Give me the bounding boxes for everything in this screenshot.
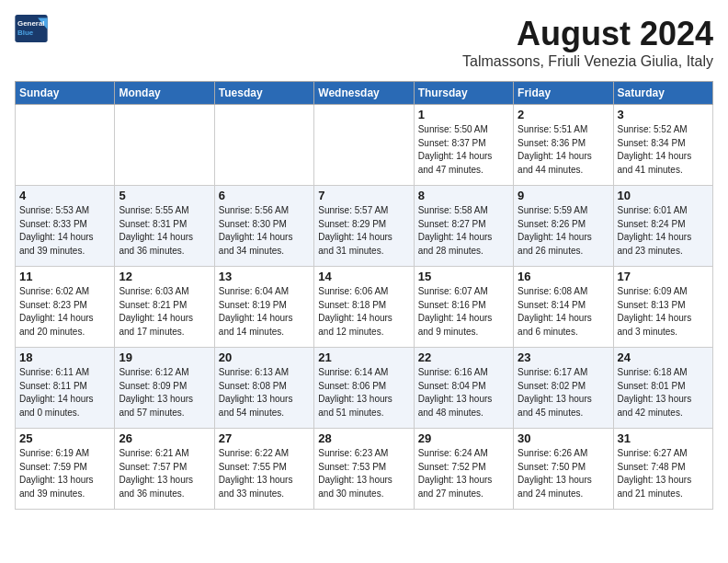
- day-info: Sunrise: 6:27 AM Sunset: 7:48 PM Dayligh…: [618, 447, 709, 500]
- day-number: 15: [418, 270, 509, 283]
- day-info: Sunrise: 6:07 AM Sunset: 8:16 PM Dayligh…: [418, 285, 509, 339]
- day-info: Sunrise: 6:08 AM Sunset: 8:14 PM Dayligh…: [518, 285, 609, 339]
- calendar-cell: 1Sunrise: 5:50 AM Sunset: 8:37 PM Daylig…: [414, 105, 513, 186]
- day-number: 5: [119, 189, 210, 202]
- day-number: 19: [119, 350, 210, 364]
- week-row-2: 4Sunrise: 5:53 AM Sunset: 8:33 PM Daylig…: [16, 186, 713, 267]
- day-info: Sunrise: 6:26 AM Sunset: 7:50 PM Dayligh…: [518, 447, 609, 500]
- calendar-cell: 29Sunrise: 6:24 AM Sunset: 7:52 PM Dayli…: [414, 429, 513, 510]
- calendar-cell: [314, 105, 414, 186]
- day-number: 10: [618, 189, 709, 202]
- calendar-cell: [115, 105, 214, 186]
- day-number: 23: [518, 350, 609, 364]
- calendar-cell: 4Sunrise: 5:53 AM Sunset: 8:33 PM Daylig…: [16, 186, 115, 267]
- day-info: Sunrise: 5:50 AM Sunset: 8:37 PM Dayligh…: [418, 123, 509, 177]
- day-number: 1: [418, 108, 509, 121]
- calendar-body: 1Sunrise: 5:50 AM Sunset: 8:37 PM Daylig…: [16, 105, 713, 510]
- day-number: 9: [518, 189, 609, 202]
- day-info: Sunrise: 6:09 AM Sunset: 8:13 PM Dayligh…: [618, 285, 709, 339]
- week-row-5: 25Sunrise: 6:19 AM Sunset: 7:59 PM Dayli…: [16, 429, 713, 510]
- day-number: 12: [119, 270, 210, 283]
- day-number: 14: [318, 270, 409, 283]
- svg-text:Blue: Blue: [17, 29, 34, 37]
- calendar-cell: 9Sunrise: 5:59 AM Sunset: 8:26 PM Daylig…: [514, 186, 613, 267]
- calendar-cell: 18Sunrise: 6:11 AM Sunset: 8:11 PM Dayli…: [16, 348, 115, 429]
- day-info: Sunrise: 6:18 AM Sunset: 8:01 PM Dayligh…: [618, 366, 709, 419]
- calendar-cell: 17Sunrise: 6:09 AM Sunset: 8:13 PM Dayli…: [613, 267, 712, 348]
- day-info: Sunrise: 6:14 AM Sunset: 8:06 PM Dayligh…: [318, 366, 409, 419]
- weekday-header-row: SundayMondayTuesdayWednesdayThursdayFrid…: [16, 82, 713, 105]
- week-row-4: 18Sunrise: 6:11 AM Sunset: 8:11 PM Dayli…: [16, 348, 713, 429]
- calendar-cell: 14Sunrise: 6:06 AM Sunset: 8:18 PM Dayli…: [314, 267, 414, 348]
- day-number: 31: [618, 431, 709, 445]
- calendar-cell: 11Sunrise: 6:02 AM Sunset: 8:23 PM Dayli…: [16, 267, 115, 348]
- day-info: Sunrise: 6:19 AM Sunset: 7:59 PM Dayligh…: [19, 447, 110, 500]
- day-number: 25: [19, 431, 110, 445]
- day-number: 13: [219, 270, 310, 283]
- calendar-cell: 10Sunrise: 6:01 AM Sunset: 8:24 PM Dayli…: [613, 186, 712, 267]
- calendar-cell: 27Sunrise: 6:22 AM Sunset: 7:55 PM Dayli…: [214, 429, 313, 510]
- day-info: Sunrise: 5:55 AM Sunset: 8:31 PM Dayligh…: [119, 204, 210, 258]
- day-info: Sunrise: 6:22 AM Sunset: 7:55 PM Dayligh…: [219, 447, 310, 500]
- day-number: 2: [518, 108, 609, 121]
- calendar-cell: 19Sunrise: 6:12 AM Sunset: 8:09 PM Dayli…: [115, 348, 214, 429]
- calendar-cell: 8Sunrise: 5:58 AM Sunset: 8:27 PM Daylig…: [414, 186, 513, 267]
- calendar-cell: 25Sunrise: 6:19 AM Sunset: 7:59 PM Dayli…: [16, 429, 115, 510]
- day-info: Sunrise: 6:23 AM Sunset: 7:53 PM Dayligh…: [318, 447, 409, 500]
- day-number: 26: [119, 431, 210, 445]
- day-info: Sunrise: 6:24 AM Sunset: 7:52 PM Dayligh…: [418, 447, 509, 500]
- svg-text:General: General: [17, 19, 45, 28]
- calendar-cell: 26Sunrise: 6:21 AM Sunset: 7:57 PM Dayli…: [115, 429, 214, 510]
- calendar-cell: 30Sunrise: 6:26 AM Sunset: 7:50 PM Dayli…: [514, 429, 613, 510]
- calendar-cell: 6Sunrise: 5:56 AM Sunset: 8:30 PM Daylig…: [214, 186, 313, 267]
- day-number: 22: [418, 350, 509, 364]
- day-number: 16: [518, 270, 609, 283]
- calendar-cell: 31Sunrise: 6:27 AM Sunset: 7:48 PM Dayli…: [613, 429, 712, 510]
- calendar-cell: 2Sunrise: 5:51 AM Sunset: 8:36 PM Daylig…: [514, 105, 613, 186]
- calendar-cell: 23Sunrise: 6:17 AM Sunset: 8:02 PM Dayli…: [514, 348, 613, 429]
- day-number: 8: [418, 189, 509, 202]
- weekday-sunday: Sunday: [16, 82, 115, 105]
- day-info: Sunrise: 5:53 AM Sunset: 8:33 PM Dayligh…: [19, 204, 110, 258]
- day-number: 11: [19, 270, 110, 283]
- logo-icon: General Blue: [15, 15, 48, 42]
- day-info: Sunrise: 6:17 AM Sunset: 8:02 PM Dayligh…: [518, 366, 609, 419]
- day-number: 28: [318, 431, 409, 445]
- calendar-cell: 28Sunrise: 6:23 AM Sunset: 7:53 PM Dayli…: [314, 429, 414, 510]
- day-info: Sunrise: 6:13 AM Sunset: 8:08 PM Dayligh…: [219, 366, 310, 419]
- calendar-cell: 3Sunrise: 5:52 AM Sunset: 8:34 PM Daylig…: [613, 105, 712, 186]
- weekday-thursday: Thursday: [414, 82, 513, 105]
- calendar-cell: 22Sunrise: 6:16 AM Sunset: 8:04 PM Dayli…: [414, 348, 513, 429]
- day-number: 24: [618, 350, 709, 364]
- day-info: Sunrise: 5:57 AM Sunset: 8:29 PM Dayligh…: [318, 204, 409, 258]
- title-area: August 2024 Talmassons, Friuli Venezia G…: [462, 15, 713, 70]
- day-info: Sunrise: 6:12 AM Sunset: 8:09 PM Dayligh…: [119, 366, 210, 419]
- day-number: 17: [618, 270, 709, 283]
- weekday-monday: Monday: [115, 82, 214, 105]
- day-info: Sunrise: 6:01 AM Sunset: 8:24 PM Dayligh…: [618, 204, 709, 258]
- day-info: Sunrise: 6:04 AM Sunset: 8:19 PM Dayligh…: [219, 285, 310, 339]
- week-row-1: 1Sunrise: 5:50 AM Sunset: 8:37 PM Daylig…: [16, 105, 713, 186]
- weekday-saturday: Saturday: [613, 82, 712, 105]
- day-info: Sunrise: 6:21 AM Sunset: 7:57 PM Dayligh…: [119, 447, 210, 500]
- day-info: Sunrise: 5:59 AM Sunset: 8:26 PM Dayligh…: [518, 204, 609, 258]
- day-number: 7: [318, 189, 409, 202]
- calendar-cell: 16Sunrise: 6:08 AM Sunset: 8:14 PM Dayli…: [514, 267, 613, 348]
- calendar-cell: 5Sunrise: 5:55 AM Sunset: 8:31 PM Daylig…: [115, 186, 214, 267]
- day-number: 27: [219, 431, 310, 445]
- calendar-cell: 12Sunrise: 6:03 AM Sunset: 8:21 PM Dayli…: [115, 267, 214, 348]
- calendar-cell: 20Sunrise: 6:13 AM Sunset: 8:08 PM Dayli…: [214, 348, 313, 429]
- month-title: August 2024: [462, 15, 713, 53]
- calendar-cell: 24Sunrise: 6:18 AM Sunset: 8:01 PM Dayli…: [613, 348, 712, 429]
- day-number: 3: [618, 108, 709, 121]
- day-number: 18: [19, 350, 110, 364]
- location-title: Talmassons, Friuli Venezia Giulia, Italy: [462, 53, 713, 70]
- calendar-cell: [16, 105, 115, 186]
- day-number: 4: [19, 189, 110, 202]
- day-info: Sunrise: 5:56 AM Sunset: 8:30 PM Dayligh…: [219, 204, 310, 258]
- calendar-cell: 7Sunrise: 5:57 AM Sunset: 8:29 PM Daylig…: [314, 186, 414, 267]
- day-info: Sunrise: 6:11 AM Sunset: 8:11 PM Dayligh…: [19, 366, 110, 419]
- day-info: Sunrise: 5:58 AM Sunset: 8:27 PM Dayligh…: [418, 204, 509, 258]
- day-info: Sunrise: 6:16 AM Sunset: 8:04 PM Dayligh…: [418, 366, 509, 419]
- day-info: Sunrise: 6:06 AM Sunset: 8:18 PM Dayligh…: [318, 285, 409, 339]
